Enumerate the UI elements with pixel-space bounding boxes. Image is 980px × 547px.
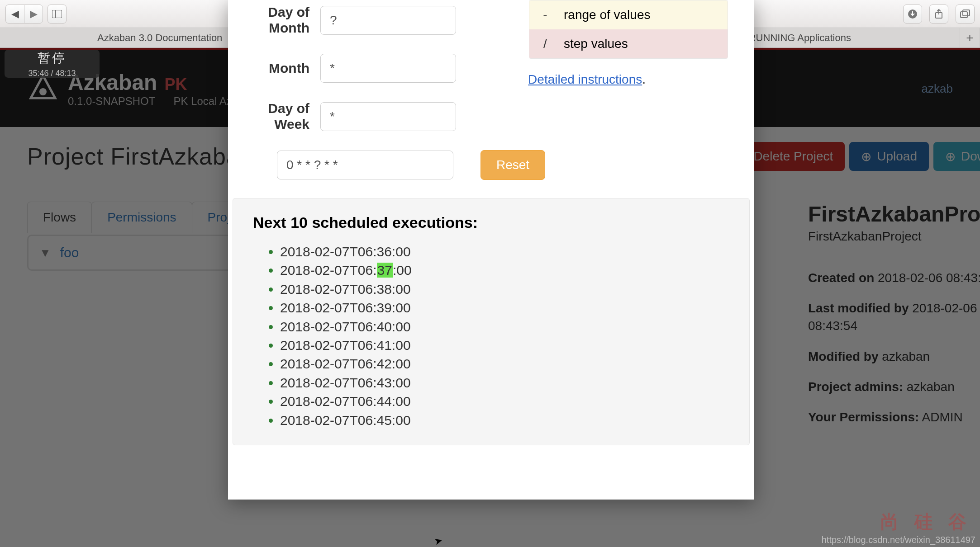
- forward-button[interactable]: ▶: [24, 5, 43, 24]
- execution-item: 2018-02-07T06:36:00: [280, 242, 729, 261]
- detailed-instructions-link[interactable]: Detailed instructions: [528, 72, 646, 87]
- day-of-week-input[interactable]: [320, 102, 456, 131]
- video-overlay[interactable]: 暂停 35:46 / 48:13: [5, 50, 100, 78]
- reset-button[interactable]: Reset: [480, 150, 545, 180]
- next-executions-list: 2018-02-07T06:36:002018-02-07T06:37:0020…: [253, 242, 729, 429]
- month-input[interactable]: [320, 54, 456, 83]
- tabs-icon[interactable]: [956, 5, 975, 24]
- execution-item: 2018-02-07T06:39:00: [280, 298, 729, 317]
- downloads-icon[interactable]: [903, 5, 922, 24]
- red-watermark: 尚 硅 谷: [880, 509, 972, 534]
- hint-range: - range of values: [529, 0, 728, 29]
- execution-item: 2018-02-07T06:44:00: [280, 392, 729, 410]
- back-button[interactable]: ◀: [5, 5, 24, 24]
- label-day-of-month: Day of Month: [252, 5, 320, 36]
- cron-expression-input[interactable]: [277, 151, 453, 179]
- new-tab-button[interactable]: +: [960, 28, 980, 47]
- next-executions-header: Next 10 scheduled executions:: [253, 214, 729, 231]
- next-executions-panel: Next 10 scheduled executions: 2018-02-07…: [233, 198, 750, 445]
- execution-item: 2018-02-07T06:37:00: [280, 261, 729, 279]
- label-month: Month: [252, 61, 320, 76]
- hint-step: / step values: [529, 29, 728, 58]
- execution-item: 2018-02-07T06:38:00: [280, 280, 729, 298]
- svg-rect-4: [961, 12, 967, 18]
- video-time: 35:46 / 48:13: [28, 69, 76, 78]
- video-status: 暂停: [38, 50, 67, 67]
- day-of-month-input[interactable]: [320, 6, 456, 35]
- execution-item: 2018-02-07T06:45:00: [280, 411, 729, 429]
- execution-item: 2018-02-07T06:40:00: [280, 317, 729, 336]
- execution-item: 2018-02-07T06:43:00: [280, 373, 729, 392]
- schedule-modal: - range of values / step values Detailed…: [228, 0, 754, 500]
- cron-hint-box: - range of values / step values: [529, 0, 728, 59]
- svg-rect-0: [52, 10, 62, 18]
- execution-item: 2018-02-07T06:41:00: [280, 336, 729, 354]
- watermark-url: https://blog.csdn.net/weixin_38611497: [822, 535, 975, 545]
- svg-rect-5: [963, 10, 970, 16]
- sidebar-toggle-icon[interactable]: [48, 5, 67, 24]
- share-icon[interactable]: [929, 5, 948, 24]
- execution-item: 2018-02-07T06:42:00: [280, 354, 729, 373]
- label-day-of-week: Day of Week: [252, 101, 320, 132]
